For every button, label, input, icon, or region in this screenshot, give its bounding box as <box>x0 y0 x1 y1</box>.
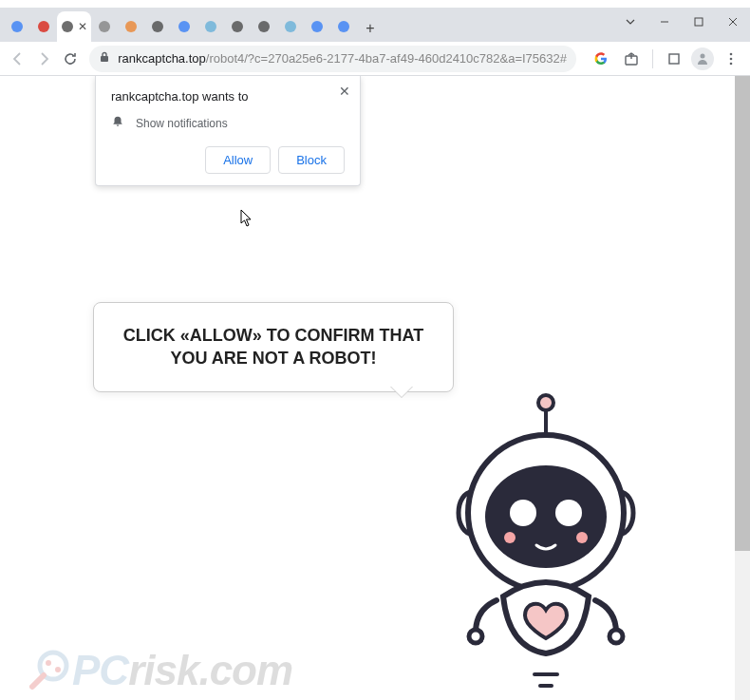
watermark-text: PCrisk.com <box>72 647 292 694</box>
browser-tab[interactable] <box>91 11 118 42</box>
tab-favicon-icon <box>61 19 74 34</box>
block-button[interactable]: Block <box>278 146 345 174</box>
window-controls <box>613 8 750 36</box>
tab-strip: ✕ + <box>0 8 750 42</box>
svg-point-4 <box>125 21 137 32</box>
browser-tab[interactable] <box>251 11 277 42</box>
svg-point-41 <box>55 667 61 672</box>
svg-point-6 <box>178 21 190 32</box>
svg-point-10 <box>285 21 296 32</box>
svg-point-25 <box>538 395 553 410</box>
svg-point-9 <box>258 21 270 32</box>
forward-button[interactable] <box>31 46 55 72</box>
popup-permission-label: Show notifications <box>136 117 228 130</box>
svg-point-8 <box>232 21 243 32</box>
browser-tab[interactable] <box>224 11 251 42</box>
page-content: ✕ rankcaptcha.top wants to Show notifica… <box>0 76 750 700</box>
svg-rect-17 <box>101 56 108 62</box>
captcha-text: CLICK «ALLOW» TO CONFIRM THAT YOU ARE NO… <box>123 326 423 368</box>
tab-favicon-icon <box>123 19 139 34</box>
svg-point-2 <box>62 21 73 32</box>
svg-rect-14 <box>695 18 703 26</box>
google-search-icon[interactable] <box>588 46 614 72</box>
svg-point-0 <box>11 21 23 32</box>
tab-favicon-icon <box>150 19 165 34</box>
svg-point-32 <box>504 532 516 543</box>
scrollbar-track[interactable] <box>735 76 750 700</box>
reload-button[interactable] <box>58 46 82 72</box>
browser-tab[interactable] <box>304 11 330 42</box>
window-titlebar <box>0 0 750 8</box>
tab-favicon-icon <box>256 19 272 34</box>
popup-close-button[interactable]: ✕ <box>339 84 350 99</box>
tab-favicon-icon <box>309 19 325 34</box>
browser-tab[interactable] <box>118 11 144 42</box>
browser-toolbar: rankcaptcha.top/robot4/?c=270a25e6-2177-… <box>0 42 750 76</box>
window-dropdown-icon[interactable] <box>613 8 647 36</box>
popup-title: rankcaptcha.top wants to <box>111 89 345 104</box>
window-minimize-button[interactable] <box>647 8 682 36</box>
tab-favicon-icon <box>230 19 245 34</box>
notification-permission-popup: ✕ rankcaptcha.top wants to Show notifica… <box>95 76 361 186</box>
browser-tab[interactable] <box>4 11 30 42</box>
pcrisk-watermark: PCrisk.com <box>27 647 292 694</box>
browser-tab[interactable] <box>277 11 304 42</box>
svg-point-33 <box>576 532 588 543</box>
window-close-button[interactable] <box>716 8 750 36</box>
svg-point-35 <box>609 630 623 643</box>
tab-favicon-icon <box>177 19 192 34</box>
address-bar[interactable]: rankcaptcha.top/robot4/?c=270a25e6-2177-… <box>89 46 576 72</box>
profile-avatar[interactable] <box>691 47 714 70</box>
tab-favicon-icon <box>9 19 25 34</box>
divider <box>652 49 653 68</box>
browser-tab[interactable] <box>144 11 171 42</box>
allow-button[interactable]: Allow <box>205 146 271 174</box>
mouse-cursor-icon <box>240 209 253 232</box>
robot-image <box>422 389 669 693</box>
tab-favicon-icon <box>203 19 218 34</box>
svg-point-34 <box>469 630 482 643</box>
svg-point-21 <box>730 52 733 55</box>
svg-point-12 <box>338 21 349 32</box>
svg-point-29 <box>485 465 607 568</box>
svg-rect-19 <box>669 54 679 64</box>
window-maximize-button[interactable] <box>682 8 716 36</box>
lock-icon <box>99 51 110 66</box>
toolbar-right <box>588 46 744 72</box>
svg-point-20 <box>701 53 705 58</box>
tab-favicon-icon <box>36 19 51 34</box>
browser-tab[interactable] <box>330 11 357 42</box>
browser-tab[interactable] <box>171 11 197 42</box>
svg-point-31 <box>555 500 582 526</box>
bell-icon <box>111 115 124 131</box>
svg-point-3 <box>99 21 110 32</box>
browser-tab[interactable] <box>197 11 224 42</box>
tab-favicon-icon <box>336 19 351 34</box>
url-text: rankcaptcha.top/robot4/?c=270a25e6-2177-… <box>118 51 567 66</box>
svg-point-7 <box>205 21 216 32</box>
browser-tab[interactable] <box>30 11 57 42</box>
tab-close-button[interactable]: ✕ <box>78 20 87 33</box>
svg-point-11 <box>311 21 323 32</box>
svg-point-40 <box>46 660 51 666</box>
svg-point-23 <box>730 62 733 65</box>
menu-icon[interactable] <box>718 46 744 72</box>
tab-favicon-icon <box>97 19 112 34</box>
popup-permission-row: Show notifications <box>111 115 345 131</box>
svg-point-1 <box>38 21 49 32</box>
captcha-speech-bubble: CLICK «ALLOW» TO CONFIRM THAT YOU ARE NO… <box>93 302 454 392</box>
back-button[interactable] <box>6 46 29 72</box>
new-tab-button[interactable]: + <box>357 15 384 42</box>
svg-point-5 <box>152 21 163 32</box>
share-icon[interactable] <box>618 46 645 72</box>
svg-point-30 <box>510 500 536 526</box>
tab-favicon-icon <box>283 19 298 34</box>
browser-tab[interactable]: ✕ <box>57 11 91 42</box>
magnifier-icon <box>27 649 70 692</box>
extensions-icon[interactable] <box>661 46 687 72</box>
svg-line-39 <box>32 675 44 687</box>
svg-point-22 <box>730 57 733 60</box>
scrollbar-thumb[interactable] <box>735 76 750 551</box>
